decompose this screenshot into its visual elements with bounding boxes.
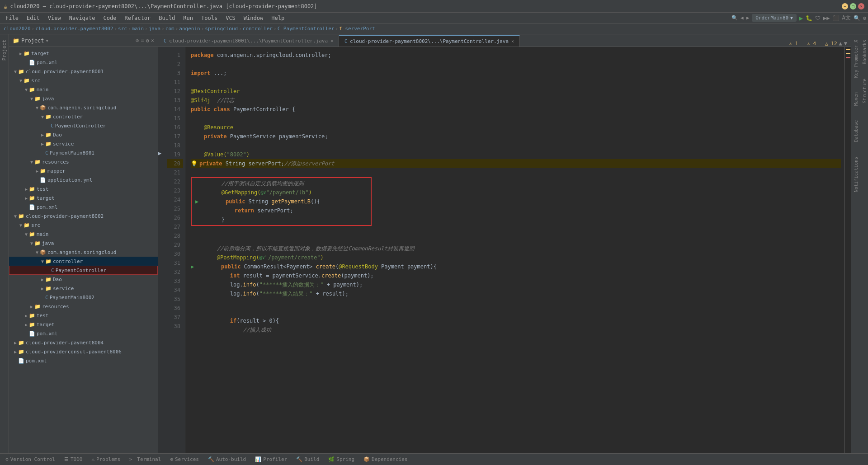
project-tool-label[interactable]: Project xyxy=(1,36,7,64)
bc-main[interactable]: main xyxy=(132,26,144,32)
tree-item-test8002[interactable]: ▶ 📁 test xyxy=(9,311,158,320)
close-button[interactable]: × xyxy=(858,3,864,9)
tree-item-pom1[interactable]: 📄 pom.xml xyxy=(9,58,158,67)
tree-item-src8001[interactable]: ▼ 📁 src xyxy=(9,76,158,85)
collapse-all-icon[interactable]: ≡ xyxy=(141,38,144,44)
back-button[interactable]: ◀ xyxy=(741,15,744,21)
bc-src[interactable]: src xyxy=(118,26,127,32)
bb-auto-build[interactable]: 🔨 Auto-build xyxy=(206,456,248,463)
menu-refactor[interactable]: Refactor xyxy=(121,14,154,22)
bb-dependencies[interactable]: 📦 Dependencies xyxy=(362,456,409,463)
tree-item-ctrl8002[interactable]: ▼ 📁 controller xyxy=(9,257,158,266)
tree-item-paymentmain8002[interactable]: C PaymentMain8002 xyxy=(9,293,158,302)
run-config-selector[interactable]: OrderMain80 ▼ xyxy=(752,14,796,22)
menu-build[interactable]: Build xyxy=(155,14,179,22)
scroll-down-icon[interactable]: ▼ xyxy=(844,40,847,47)
translate-button[interactable]: A文 xyxy=(842,14,851,22)
tree-item-java8002[interactable]: ▼ 📁 java xyxy=(9,239,158,248)
tree-item-payment8004[interactable]: ▶ 📁 cloud-provider-payment8004 xyxy=(9,338,158,347)
code-content[interactable]: package com.angenin.springcloud.controll… xyxy=(185,47,844,453)
bc-serverport[interactable]: f serverPort xyxy=(339,26,375,32)
tab-close-button[interactable]: × xyxy=(330,38,333,43)
run-gutter-icon[interactable]: ▶ xyxy=(195,197,198,206)
tree-item-svc8002[interactable]: ▶ 📁 service xyxy=(9,284,158,293)
maven-label[interactable]: Maven xyxy=(854,89,859,109)
bb-version-control[interactable]: ⚙ Version Control xyxy=(4,456,57,463)
search-everywhere-icon[interactable]: 🔍 xyxy=(731,15,738,21)
tree-item-pom8002[interactable]: 📄 pom.xml xyxy=(9,329,158,338)
menu-tools[interactable]: Tools xyxy=(198,14,221,22)
bookmarks-label[interactable]: Bookmarks xyxy=(862,36,867,68)
project-dropdown[interactable]: ▼ xyxy=(46,38,48,43)
search-button[interactable]: 🔍 xyxy=(854,15,860,21)
more-run-button[interactable]: ▶▶ xyxy=(823,15,830,21)
tree-item-main8002[interactable]: ▼ 📁 main xyxy=(9,230,158,239)
tree-item-payctrl8002[interactable]: C PaymentController xyxy=(9,266,158,275)
bc-java[interactable]: java xyxy=(149,26,161,32)
tab-close-button[interactable]: × xyxy=(511,39,514,44)
tree-item-dao8002[interactable]: ▶ 📁 Dao xyxy=(9,275,158,284)
bc-springcloud[interactable]: springcloud xyxy=(205,26,238,32)
bb-services[interactable]: ⚙ Services xyxy=(168,456,201,463)
tree-item-payment8002[interactable]: ▼ 📁 cloud-provider-payment8002 xyxy=(9,211,158,221)
tree-item-ctrl8001[interactable]: ▼ 📁 controller xyxy=(9,112,158,121)
bc-module[interactable]: cloud-provider-payment8002 xyxy=(35,26,113,32)
tree-item-pom8001[interactable]: 📄 pom.xml xyxy=(9,202,158,211)
tree-item-appyml8001[interactable]: 📄 application.yml xyxy=(9,175,158,184)
scroll-up-icon[interactable]: ▲ xyxy=(839,40,842,47)
tree-item-res8002[interactable]: ▶ 📁 resources xyxy=(9,302,158,311)
tree-item-dao8001[interactable]: ▶ 📁 Dao xyxy=(9,130,158,139)
bc-angenin[interactable]: angenin xyxy=(179,26,200,32)
tab-payment8001[interactable]: C cloud-provider-payment8001\...\Payment… xyxy=(158,35,339,47)
tree-item-target8002[interactable]: ▶ 📁 target xyxy=(9,320,158,329)
bb-terminal[interactable]: >_ Terminal xyxy=(127,456,163,463)
bc-paymentcontroller[interactable]: C PaymentController xyxy=(278,26,335,32)
gutter-run-icon[interactable]: ▶ xyxy=(158,150,167,159)
debug-button[interactable]: 🐛 xyxy=(806,15,812,21)
tree-item-src8002[interactable]: ▼ 📁 src xyxy=(9,221,158,230)
tree-item-pom-main[interactable]: 📄 pom.xml xyxy=(9,356,158,365)
tree-item-main8001[interactable]: ▼ 📁 main xyxy=(9,85,158,94)
bb-spring[interactable]: 🌿 Spring xyxy=(326,456,356,463)
tree-item-target1[interactable]: ▶ 📁 target xyxy=(9,49,158,58)
menu-run[interactable]: Run xyxy=(179,14,197,22)
tree-item-paymentmain8001[interactable]: C PaymentMain8001 xyxy=(9,148,158,157)
close-panel-icon[interactable]: × xyxy=(151,38,154,44)
maximize-button[interactable]: □ xyxy=(850,3,856,9)
menu-view[interactable]: View xyxy=(44,14,65,22)
tree-item-target8001[interactable]: ▶ 📁 target xyxy=(9,193,158,202)
menu-edit[interactable]: Edit xyxy=(23,14,43,22)
bb-profiler[interactable]: 📊 Profiler xyxy=(253,456,289,463)
notifications-label[interactable]: Notifications xyxy=(854,153,859,196)
tree-item-com8002[interactable]: ▼ 📦 com.angenin.springcloud xyxy=(9,248,158,257)
structure-label[interactable]: Structure xyxy=(862,75,867,107)
stop-button[interactable]: ⬛ xyxy=(833,15,840,21)
locate-file-icon[interactable]: ⊕ xyxy=(136,38,139,44)
run-button[interactable]: ▶ xyxy=(799,14,803,22)
bc-cloud2020[interactable]: cloud2020 xyxy=(4,26,31,32)
tree-item-mapper8001[interactable]: ▶ 📁 mapper xyxy=(9,166,158,175)
settings-icon[interactable]: ⚙ xyxy=(146,38,149,44)
run-gutter-icon2[interactable]: ▶ xyxy=(191,262,194,271)
tab-payment8002[interactable]: C cloud-provider-payment8002\...\Payment… xyxy=(339,35,520,47)
tree-item-payment8001[interactable]: ▼ 📁 cloud-provider-payment8001 xyxy=(9,67,158,76)
coverage-button[interactable]: 🛡 xyxy=(815,15,821,21)
menu-file[interactable]: File xyxy=(2,14,22,22)
tree-item-com8001[interactable]: ▼ 📦 com.angenin.springcloud xyxy=(9,103,158,112)
database-label[interactable]: Database xyxy=(854,117,859,146)
menu-navigate[interactable]: Navigate xyxy=(66,14,99,22)
bc-controller[interactable]: controller xyxy=(243,26,273,32)
forward-button[interactable]: ▶ xyxy=(746,15,750,21)
tree-item-java8001[interactable]: ▼ 📁 java xyxy=(9,94,158,103)
menu-code[interactable]: Code xyxy=(100,14,120,22)
bulb-icon[interactable]: 💡 xyxy=(191,159,198,168)
minimize-button[interactable]: − xyxy=(842,3,848,9)
tree-item-test8001[interactable]: ▶ 📁 test xyxy=(9,184,158,193)
settings-button[interactable]: ⚙ xyxy=(863,15,866,21)
tree-item-svc8001[interactable]: ▶ 📁 service xyxy=(9,139,158,148)
tree-item-consul8006[interactable]: ▶ 📁 cloud-providerconsul-payment8006 xyxy=(9,347,158,356)
menu-vcs[interactable]: VCS xyxy=(222,14,239,22)
tree-item-payctrl8001[interactable]: C PaymentController xyxy=(9,121,158,130)
bb-build[interactable]: 🔨 Build xyxy=(294,456,321,463)
menu-window[interactable]: Window xyxy=(240,14,267,22)
